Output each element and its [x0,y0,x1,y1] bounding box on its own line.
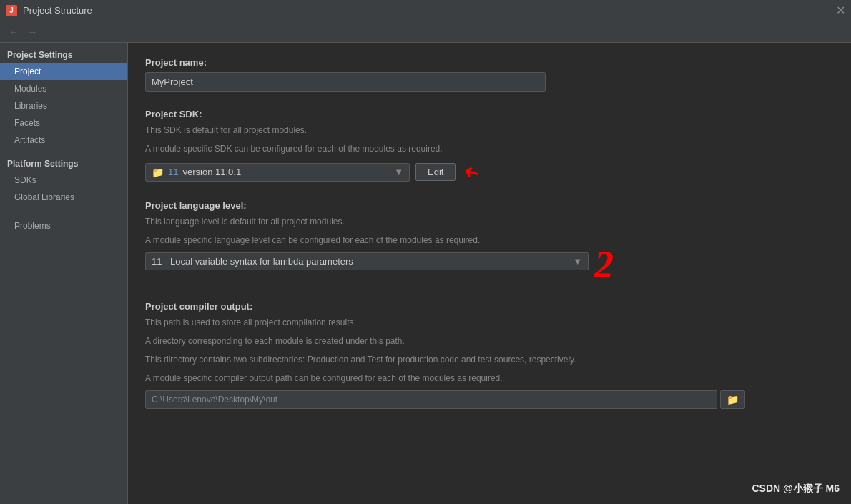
project-name-section: Project name: [145,57,834,92]
project-language-level-label: Project language level: [145,200,834,211]
sidebar-item-libraries[interactable]: Libraries [0,97,127,114]
sidebar-item-facets[interactable]: Facets [0,114,127,132]
back-button[interactable]: ← [6,26,21,38]
content-area: Project name: Project SDK: This SDK is d… [128,43,851,504]
language-level-desc2: A module specific language level can be … [145,234,834,247]
sidebar-item-problems[interactable]: Problems [0,217,127,234]
sdk-version-number: 11 [168,167,178,177]
platform-settings-header: Platform Settings [0,154,127,172]
compiler-output-path-input[interactable] [145,390,717,409]
language-level-value: 11 - Local variable syntax for lambda pa… [152,256,353,267]
project-settings-header: Project Settings [0,46,127,63]
sidebar-item-project[interactable]: Project [0,63,127,80]
sidebar-item-global-libraries[interactable]: Global Libraries [0,189,127,206]
project-sdk-desc1: This SDK is default for all project modu… [145,124,834,137]
close-button[interactable]: ✕ [836,5,845,16]
sdk-row: 📁 11 version 11.0.1 ▼ Edit ➜ [145,161,834,183]
sidebar-item-modules[interactable]: Modules [0,80,127,97]
compiler-output-row: 📁 [145,390,834,409]
sidebar-item-artifacts[interactable]: Artifacts [0,132,127,149]
language-level-row: 11 - Local variable syntax for lambda pa… [145,252,834,284]
project-name-input[interactable] [145,72,546,92]
project-sdk-desc2: A module specific SDK can be configured … [145,142,834,155]
navbar: ← → [0,21,851,43]
annotation-arrow-1: ➜ [462,159,483,185]
edit-sdk-button[interactable]: Edit [415,163,456,181]
project-language-level-section: Project language level: This language le… [145,200,834,284]
app-icon: J [6,5,17,16]
main-container: Project Settings Project Modules Librari… [0,43,851,504]
sdk-folder-icon: 📁 [152,167,164,178]
project-sdk-label: Project SDK: [145,109,834,119]
sidebar: Project Settings Project Modules Librari… [0,43,128,504]
sdk-version-text: version 11.0.1 [182,167,241,177]
language-level-desc1: This language level is default for all p… [145,215,834,228]
compiler-output-folder-button[interactable]: 📁 [720,390,745,409]
forward-button[interactable]: → [24,26,40,38]
compiler-output-desc1: This path is used to store all project c… [145,316,834,329]
compiler-output-desc4: A module specific compiler output path c… [145,372,834,385]
annotation-number-2: 2 [594,245,614,284]
project-sdk-section: Project SDK: This SDK is default for all… [145,109,834,183]
sidebar-item-sdks[interactable]: SDKs [0,172,127,189]
project-name-label: Project name: [145,57,834,68]
sdk-dropdown[interactable]: 📁 11 version 11.0.1 ▼ [145,163,410,182]
sdk-chevron-icon: ▼ [394,167,403,177]
language-chevron-icon: ▼ [573,256,582,267]
window-title: Project Structure [23,5,92,16]
compiler-output-desc3: This directory contains two subdirectori… [145,353,834,366]
project-compiler-output-section: Project compiler output: This path is us… [145,301,834,409]
language-level-dropdown[interactable]: 11 - Local variable syntax for lambda pa… [145,252,589,270]
compiler-output-desc2: A directory corresponding to each module… [145,335,834,347]
titlebar: J Project Structure ✕ [0,0,851,21]
project-compiler-output-label: Project compiler output: [145,301,834,312]
